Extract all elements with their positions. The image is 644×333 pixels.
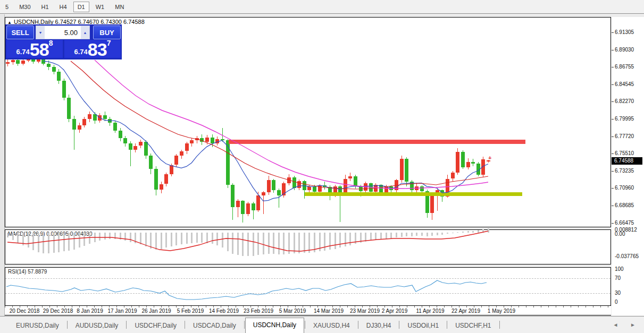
macd-axis-label: 0.00 xyxy=(615,231,625,237)
one-click-trade-panel: SELL ▼ ▲ BUY 6.74 58 8 6.74 83 7 xyxy=(5,24,122,59)
macd-signal-red-line xyxy=(7,231,488,251)
buy-price-main: 83 xyxy=(88,41,107,57)
timeframe-button-w1[interactable]: W1 xyxy=(91,2,109,12)
price-axis-tick xyxy=(612,188,614,189)
timeframe-button-h1[interactable]: H1 xyxy=(37,2,53,12)
date-axis-label: 26 Jan 2019 xyxy=(141,308,171,314)
tab-separator xyxy=(499,321,500,329)
ma-fast-blue-line xyxy=(43,61,488,201)
tab-separator xyxy=(399,321,399,329)
date-axis-label: 22 Apr 2019 xyxy=(451,308,480,314)
rsi-axis-label: 100 xyxy=(615,266,624,272)
timeframe-button-d1[interactable]: D1 xyxy=(73,2,89,12)
price-axis-label: 6.77720 xyxy=(615,133,634,139)
price-axis-label: 6.66475 xyxy=(615,220,634,226)
price-axis-label: 6.75510 xyxy=(615,150,634,156)
current-price-badge: 6.74588 xyxy=(612,157,642,165)
ohlc-close: 6.74588 xyxy=(123,19,145,25)
chart-tab-bar: EURUSD,DailyAUDUSD,DailyUSDCHF,DailyUSDC… xyxy=(0,316,644,333)
macd-indicator-pane[interactable]: MACD(12,26,9) 0.006695 0.004030 xyxy=(5,229,611,264)
price-axis-label: 6.84545 xyxy=(615,81,634,87)
date-axis-label: 14 Feb 2019 xyxy=(209,308,239,314)
price-axis[interactable]: 6.913056.890306.867556.845456.822706.799… xyxy=(612,17,644,315)
rsi-blue-line xyxy=(6,280,487,300)
tab-separator xyxy=(244,321,245,329)
date-axis-label: 29 Dec 2018 xyxy=(43,308,73,314)
price-axis-tick xyxy=(612,119,614,119)
price-axis-tick xyxy=(612,153,614,154)
sell-price-main: 58 xyxy=(30,41,49,57)
price-axis-tick xyxy=(612,136,614,137)
date-axis-label: 11 Apr 2019 xyxy=(416,308,444,314)
tab-separator xyxy=(447,321,447,329)
tab-usdchf[interactable]: USDCHF,Daily xyxy=(127,319,184,333)
tab-dj30[interactable]: DJ30,H4 xyxy=(359,319,399,333)
tab-usdcnh[interactable]: USDCNH,Daily xyxy=(245,318,304,333)
tab-audusd[interactable]: AUDUSD,Daily xyxy=(68,319,126,333)
left-margin-strip xyxy=(0,14,5,316)
tab-separator xyxy=(185,321,185,329)
date-axis-label: 20 Dec 2018 xyxy=(10,308,40,314)
timeframe-button-5[interactable]: 5 xyxy=(1,2,13,12)
rsi-axis-label: 70 xyxy=(615,275,621,281)
price-axis-tick xyxy=(612,84,614,85)
rsi-axis-label: 0 xyxy=(615,299,618,305)
ma-slow-magenta-line xyxy=(95,60,488,189)
date-axis-label: 14 Mar 2019 xyxy=(314,308,344,314)
price-axis-tick xyxy=(612,67,614,67)
price-axis-label: 6.91305 xyxy=(615,29,634,35)
buy-price-pip: 7 xyxy=(107,39,111,47)
price-axis-label: 6.73235 xyxy=(615,168,634,174)
price-axis-tick xyxy=(612,223,614,224)
price-axis-tick xyxy=(612,206,614,206)
tab-separator xyxy=(67,321,68,329)
date-axis-label: 23 Mar 2019 xyxy=(350,308,380,314)
tab-usdchf[interactable]: USDCHF,H1 xyxy=(448,319,498,333)
date-axis[interactable]: 20 Dec 201829 Dec 20188 Jan 201917 Jan 2… xyxy=(5,306,611,315)
rsi-indicator-pane[interactable]: RSI(14) 57.8879 xyxy=(5,267,611,306)
tab-usdoil[interactable]: USDOil,H1 xyxy=(400,319,446,333)
ma-mid-red-line xyxy=(71,61,488,189)
tab-usdcad[interactable]: USDCAD,Daily xyxy=(186,319,244,333)
timeframe-button-m30[interactable]: M30 xyxy=(15,2,35,12)
volume-increase-icon[interactable]: ▲ xyxy=(81,26,89,39)
date-axis-label: 8 Jan 2019 xyxy=(77,308,103,314)
date-axis-label: 5 Feb 2019 xyxy=(177,308,204,314)
price-axis-tick xyxy=(612,50,614,50)
date-axis-label: 5 Mar 2019 xyxy=(279,308,306,314)
timeframe-toolbar: 5M30H1H4D1W1MN xyxy=(0,0,644,14)
price-axis-tick xyxy=(612,32,614,33)
date-axis-label: 2 Apr 2019 xyxy=(382,308,407,314)
price-axis-label: 6.82270 xyxy=(615,98,634,104)
tab-xauusd[interactable]: XAUUSD,H4 xyxy=(306,319,357,333)
volume-input[interactable] xyxy=(45,26,81,39)
volume-decrease-icon[interactable]: ▼ xyxy=(36,26,45,39)
sell-price-prefix: 6.74 xyxy=(16,48,30,56)
sell-price-tile[interactable]: 6.74 58 8 xyxy=(6,40,63,58)
timeframe-button-mn[interactable]: MN xyxy=(111,2,128,12)
buy-price-tile[interactable]: 6.74 83 7 xyxy=(64,40,121,58)
price-axis-label: 6.79995 xyxy=(615,116,634,122)
price-axis-label: 6.70960 xyxy=(615,185,634,191)
price-axis-label: 6.68685 xyxy=(615,202,634,208)
date-axis-label: 17 Jan 2019 xyxy=(107,308,137,314)
price-axis-tick xyxy=(612,171,614,172)
tab-scroll-arrows[interactable]: ◄ ► xyxy=(613,322,641,328)
macd-axis-label: -0.037765 xyxy=(615,253,639,259)
price-axis-tick xyxy=(612,101,614,102)
tab-separator xyxy=(126,321,127,329)
date-axis-label: 1 May 2019 xyxy=(488,308,515,314)
buy-button[interactable]: BUY xyxy=(93,25,121,39)
sell-button[interactable]: SELL xyxy=(6,25,34,39)
tab-separator xyxy=(305,321,305,329)
volume-stepper: ▼ ▲ xyxy=(36,25,90,39)
rsi-line xyxy=(5,268,610,305)
tab-separator xyxy=(358,321,358,329)
price-axis-label: 6.89030 xyxy=(615,47,634,53)
trading-platform-window: 5M30H1H4D1W1MN + ▲USDCNH,Daily 6.74527 6… xyxy=(0,0,644,333)
timeframe-button-h4[interactable]: H4 xyxy=(55,2,71,12)
sell-price-pip: 8 xyxy=(49,39,53,47)
tab-eurusd[interactable]: EURUSD,Daily xyxy=(9,319,66,333)
rsi-axis-label: 30 xyxy=(615,290,621,296)
buy-price-prefix: 6.74 xyxy=(74,48,88,56)
